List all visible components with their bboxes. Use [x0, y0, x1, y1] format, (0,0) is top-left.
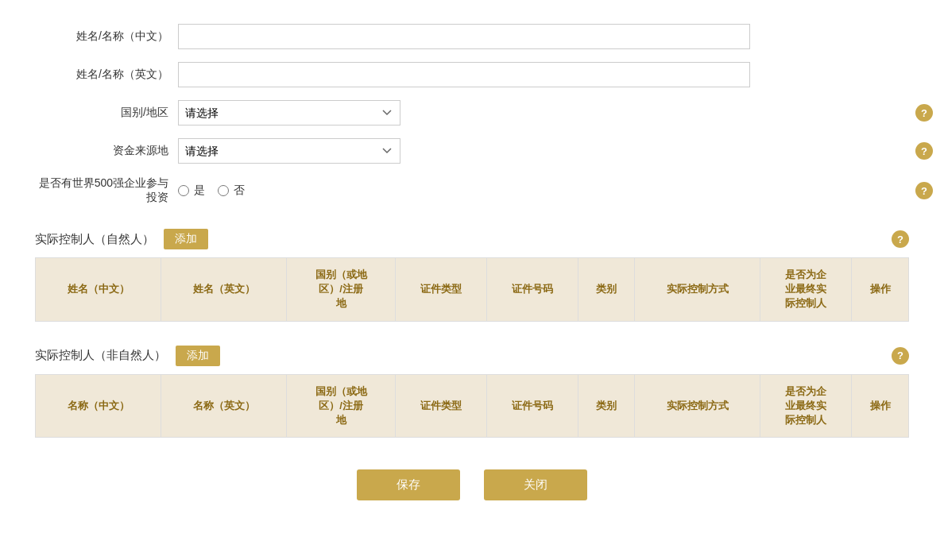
country-select[interactable]: 请选择: [178, 100, 400, 126]
button-row: 保存 关闭: [35, 469, 909, 524]
name-en-label: 姓名/名称（英文）: [35, 68, 178, 82]
col-org-control-method: 实际控制方式: [635, 374, 760, 438]
name-cn-row: 姓名/名称（中文）: [35, 24, 909, 49]
col-org-operation: 操作: [852, 374, 909, 438]
col-cert-type: 证件类型: [395, 258, 486, 322]
fortune500-yes-text: 是: [194, 183, 205, 198]
save-button[interactable]: 保存: [357, 469, 460, 500]
natural-person-table: 姓名（中文） 姓名（英文） 国别（或地区）/注册地 证件类型 证件号码 类别 实…: [35, 257, 909, 322]
name-cn-label: 姓名/名称（中文）: [35, 29, 178, 44]
fund-source-select[interactable]: 请选择: [178, 138, 400, 164]
page-container: 姓名/名称（中文） 姓名/名称（英文） 国别/地区 请选择 ? 资金来源地 请选…: [35, 24, 909, 524]
fund-source-label: 资金来源地: [35, 144, 178, 158]
fortune500-yes-label[interactable]: 是: [178, 183, 205, 198]
col-operation: 操作: [852, 258, 909, 322]
fund-source-row: 资金来源地 请选择 ?: [35, 138, 909, 164]
country-row: 国别/地区 请选择 ?: [35, 100, 909, 126]
country-help-icon[interactable]: ?: [915, 104, 933, 122]
fortune500-label: 是否有世界500强企业参与投资: [35, 176, 178, 205]
non-natural-person-table: 名称（中文） 名称（英文） 国别（或地区）/注册地 证件类型 证件号码 类别 实…: [35, 374, 909, 438]
non-natural-person-table-header-row: 名称（中文） 名称（英文） 国别（或地区）/注册地 证件类型 证件号码 类别 实…: [36, 374, 909, 438]
fortune500-help-icon[interactable]: ?: [915, 182, 933, 199]
natural-person-add-button[interactable]: 添加: [164, 229, 208, 249]
name-en-row: 姓名/名称（英文）: [35, 62, 909, 87]
fortune500-radio-group: 是 否: [178, 183, 245, 198]
col-name-cn: 姓名（中文）: [36, 258, 161, 322]
natural-person-title: 实际控制人（自然人）: [35, 232, 154, 247]
non-natural-person-section-header: 实际控制人（非自然人） 添加 ?: [35, 338, 909, 374]
col-org-cert-no: 证件号码: [486, 374, 578, 438]
col-control-method: 实际控制方式: [635, 258, 760, 322]
col-category: 类别: [578, 258, 635, 322]
natural-person-table-header-row: 姓名（中文） 姓名（英文） 国别（或地区）/注册地 证件类型 证件号码 类别 实…: [36, 258, 909, 322]
col-country: 国别（或地区）/注册地: [287, 258, 396, 322]
fortune500-no-text: 否: [234, 183, 245, 198]
natural-person-section-header: 实际控制人（自然人） 添加 ?: [35, 221, 909, 257]
name-cn-input[interactable]: [178, 24, 750, 49]
col-cert-no: 证件号码: [486, 258, 578, 322]
non-natural-person-help-icon[interactable]: ?: [892, 347, 909, 365]
col-org-category: 类别: [578, 374, 635, 438]
col-org-country: 国别（或地区）/注册地: [287, 374, 396, 438]
close-button[interactable]: 关闭: [484, 469, 587, 500]
non-natural-person-title: 实际控制人（非自然人）: [35, 348, 166, 363]
form-section: 姓名/名称（中文） 姓名/名称（英文） 国别/地区 请选择 ? 资金来源地 请选…: [35, 24, 909, 205]
col-org-name-en: 名称（英文）: [161, 374, 287, 438]
col-org-is-final-controller: 是否为企业最终实际控制人: [760, 374, 852, 438]
fortune500-row: 是否有世界500强企业参与投资 是 否 ?: [35, 176, 909, 205]
fortune500-yes-radio[interactable]: [178, 185, 189, 196]
col-org-cert-type: 证件类型: [395, 374, 486, 438]
col-name-en: 姓名（英文）: [161, 258, 287, 322]
col-is-final-controller: 是否为企业最终实际控制人: [760, 258, 852, 322]
natural-person-help-icon[interactable]: ?: [892, 230, 909, 248]
fortune500-no-radio[interactable]: [218, 185, 229, 196]
non-natural-person-add-button[interactable]: 添加: [176, 346, 220, 366]
name-en-input[interactable]: [178, 62, 750, 87]
country-label: 国别/地区: [35, 106, 178, 120]
col-org-name-cn: 名称（中文）: [36, 374, 161, 438]
fortune500-no-label[interactable]: 否: [218, 183, 245, 198]
fund-source-help-icon[interactable]: ?: [915, 142, 933, 160]
